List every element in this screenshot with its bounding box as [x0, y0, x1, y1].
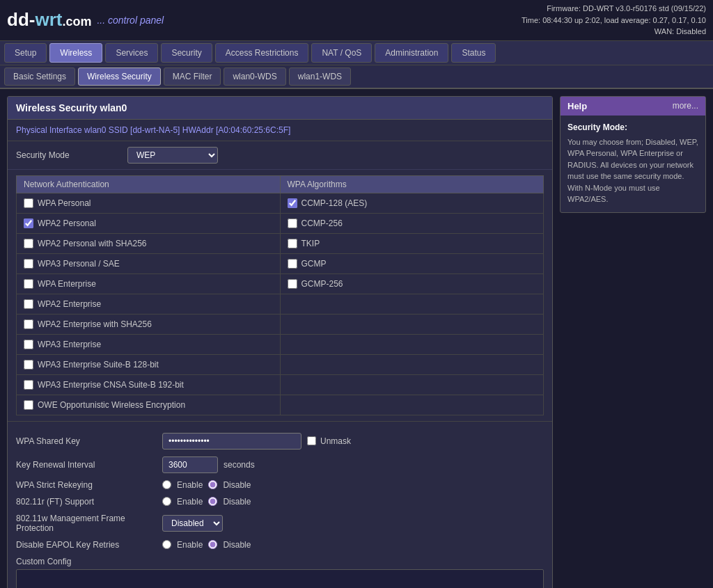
network-auth-checkbox-0[interactable]	[24, 198, 33, 208]
list-item: WPA3 Enterprise Suite-B 128-bit	[24, 358, 273, 372]
nav-main-administration[interactable]: Administration	[375, 43, 448, 63]
nav-sub-wlan0-wds[interactable]: wlan0-WDS	[224, 67, 285, 86]
wpa-algo-checkbox-3[interactable]	[288, 259, 297, 269]
nav-main-wireless[interactable]: Wireless	[49, 43, 102, 63]
list-item: GCMP-256	[288, 277, 537, 291]
auth-tbody: WPA PersonalCCMP-128 (AES)WPA2 PersonalC…	[17, 193, 544, 415]
list-item: WPA3 Enterprise CNSA Suite-B 192-bit	[24, 378, 273, 392]
network-auth-label-3: WPA3 Personal / SAE	[38, 259, 120, 269]
content-panel: Wireless Security wlan0 Physical Interfa…	[7, 96, 553, 589]
nav-sub-wlan1-wds[interactable]: wlan1-WDS	[289, 67, 351, 86]
network-auth-checkbox-8[interactable]	[24, 360, 33, 370]
wpa-shared-key-value: Unmask	[162, 433, 351, 450]
nav-main-status[interactable]: Status	[451, 43, 496, 63]
eapol-options: Enable Disable	[162, 540, 251, 550]
help-content: Security Mode: You may choose from; Disa…	[561, 116, 705, 212]
nav-main-services[interactable]: Services	[105, 43, 158, 63]
security-mode-label: Security Mode	[16, 150, 120, 160]
network-auth-checkbox-6[interactable]	[24, 319, 33, 329]
table-row: WPA3 Personal / SAEGCMP	[17, 253, 544, 273]
network-auth-checkbox-4[interactable]	[24, 279, 33, 289]
logo-wrt: wrt	[35, 9, 62, 30]
wpa-algo-checkbox-2[interactable]	[288, 239, 297, 248]
auth-table: Network Authentication WPA Algorithms WP…	[16, 175, 544, 415]
key-renewal-label: Key Renewal Interval	[16, 460, 155, 470]
nav-main-access-restrictions[interactable]: Access Restrictions	[215, 43, 309, 63]
unmask-checkbox[interactable]	[307, 436, 316, 445]
table-row: OWE Opportunistic Wireless Encryption	[17, 395, 544, 415]
wpa-algo-label-4: GCMP-256	[301, 279, 343, 289]
wpa-algo-checkbox-0[interactable]	[288, 198, 297, 208]
network-auth-checkbox-5[interactable]	[24, 299, 33, 309]
main-nav: SetupWirelessServicesSecurityAccess Rest…	[0, 40, 713, 65]
wpa-strict-disable-radio[interactable]	[208, 480, 217, 489]
network-auth-checkbox-9[interactable]	[24, 380, 33, 390]
list-item: WPA Personal	[24, 196, 273, 210]
wpa-shared-key-input[interactable]	[162, 433, 301, 450]
dot11r-options: Enable Disable	[162, 497, 251, 507]
custom-config-textarea[interactable]	[16, 569, 544, 589]
eapol-disable-label: Disable	[223, 540, 251, 550]
list-item: WPA3 Personal / SAE	[24, 257, 273, 271]
table-row: WPA2 Personal with SHA256TKIP	[17, 233, 544, 253]
network-auth-checkbox-2[interactable]	[24, 239, 33, 248]
key-renewal-unit: seconds	[224, 460, 255, 470]
network-auth-checkbox-1[interactable]	[24, 218, 33, 228]
network-auth-label-10: OWE Opportunistic Wireless Encryption	[38, 400, 185, 410]
wpa-algo-label-1: CCMP-256	[301, 218, 343, 228]
dot11r-disable-radio[interactable]	[208, 497, 217, 506]
wpa-strict-row: WPA Strict Rekeying Enable Disable	[16, 480, 544, 490]
network-auth-checkbox-3[interactable]	[24, 259, 33, 269]
wpa-shared-key-row: WPA Shared Key Unmask	[16, 433, 544, 450]
dot11r-row: 802.11r (FT) Support Enable Disable	[16, 497, 544, 507]
list-item: WPA3 Enterprise	[24, 337, 273, 351]
content-title: Wireless Security wlan0	[8, 97, 552, 120]
network-auth-checkbox-10[interactable]	[24, 400, 33, 410]
eapol-disable-radio[interactable]	[208, 540, 217, 549]
help-more-link[interactable]: more...	[673, 101, 698, 111]
key-renewal-input[interactable]	[162, 456, 218, 473]
network-auth-label-8: WPA3 Enterprise Suite-B 128-bit	[38, 360, 159, 370]
help-security-mode-title: Security Mode:	[567, 122, 698, 132]
nav-sub-mac-filter[interactable]: MAC Filter	[164, 67, 221, 86]
dot11w-select[interactable]: Disabled Optional Required	[162, 515, 223, 532]
key-renewal-value: seconds	[162, 456, 255, 473]
wpa-algo-label-0: CCMP-128 (AES)	[301, 198, 368, 208]
wpa-strict-enable-radio[interactable]	[162, 480, 171, 489]
logo-text: dd-wrt.com	[7, 9, 91, 31]
main-layout: Wireless Security wlan0 Physical Interfa…	[0, 89, 713, 589]
nav-sub-wireless-security[interactable]: Wireless Security	[78, 67, 161, 86]
eapol-enable-label: Enable	[177, 540, 203, 550]
dot11w-value: Disabled Optional Required	[162, 515, 223, 532]
unmask-label: Unmask	[320, 436, 351, 446]
wpa-strict-label: WPA Strict Rekeying	[16, 480, 155, 490]
help-panel: Help more... Security Mode: You may choo…	[560, 96, 706, 213]
wpa-algo-checkbox-4[interactable]	[288, 279, 297, 289]
network-auth-label-6: WPA2 Enterprise with SHA256	[38, 319, 152, 329]
nav-sub-basic-settings[interactable]: Basic Settings	[4, 67, 75, 86]
sub-nav: Basic SettingsWireless SecurityMAC Filte…	[0, 65, 713, 89]
logo-dd: dd-	[7, 9, 35, 30]
security-mode-select[interactable]: DisabledWEPWPA PersonalWPA2 PersonalWPA …	[127, 147, 218, 164]
wpa-strict-enable-label: Enable	[177, 480, 203, 490]
table-row: WPA3 Enterprise	[17, 334, 544, 354]
uptime-info: Time: 08:44:30 up 2:02, load average: 0.…	[522, 15, 706, 26]
dot11r-enable-label: Enable	[177, 497, 203, 507]
list-item: WPA2 Personal	[24, 216, 273, 230]
unmask-row: Unmask	[307, 436, 351, 446]
network-auth-checkbox-7[interactable]	[24, 340, 33, 349]
auth-table-container: Network Authentication WPA Algorithms WP…	[8, 170, 552, 421]
nav-main-setup[interactable]: Setup	[4, 43, 47, 63]
nav-main-nat-/-qos[interactable]: NAT / QoS	[311, 43, 372, 63]
dot11r-enable-radio[interactable]	[162, 497, 171, 506]
network-auth-label-1: WPA2 Personal	[38, 218, 96, 228]
wpa-shared-key-label: WPA Shared Key	[16, 436, 155, 446]
eapol-enable-radio[interactable]	[162, 540, 171, 549]
wpa-algo-checkbox-1[interactable]	[288, 218, 297, 228]
eapol-row: Disable EAPOL Key Retries Enable Disable	[16, 540, 544, 550]
nav-main-security[interactable]: Security	[161, 43, 212, 63]
wan-info: WAN: Disabled	[522, 26, 706, 38]
header: dd-wrt.com ... control panel Firmware: D…	[0, 0, 713, 40]
network-auth-label-0: WPA Personal	[38, 198, 91, 208]
network-auth-label-5: WPA2 Enterprise	[38, 299, 101, 309]
